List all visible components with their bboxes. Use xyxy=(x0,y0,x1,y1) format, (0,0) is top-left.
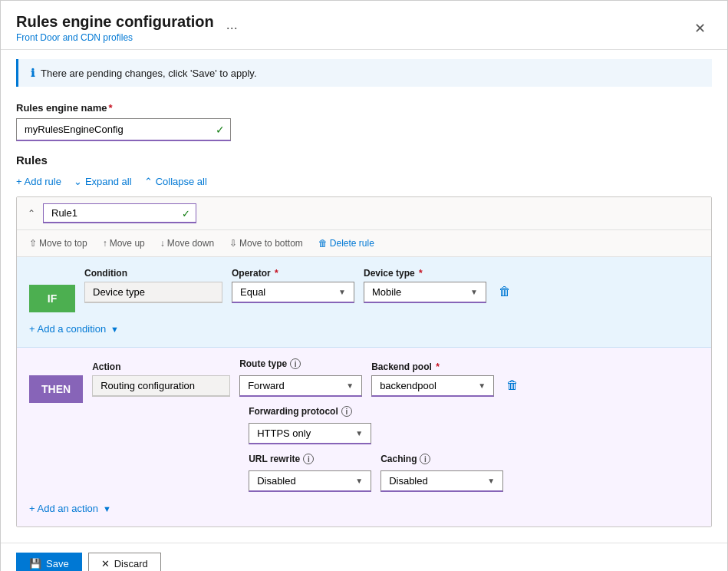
modal-title: Rules engine configuration xyxy=(16,13,214,31)
move-down-button[interactable]: ↓ Move down xyxy=(157,236,217,250)
rule-name-input[interactable] xyxy=(43,203,196,223)
backend-pool-field-group: Backend pool * backendpool ▼ xyxy=(371,361,494,397)
engine-name-input-wrapper: ✓ xyxy=(16,118,231,141)
then-fields: Action Routing configuration Route type … xyxy=(92,358,699,492)
then-fields-row2: Forwarding protocol i HTTPS only ▼ xyxy=(249,406,699,444)
if-section: IF Condition Device type Ope xyxy=(17,257,711,348)
modal-body: Rules engine name* ✓ Rules + Add rule ⌄ … xyxy=(1,96,727,543)
url-rewrite-select[interactable]: Disabled ▼ xyxy=(249,470,371,492)
action-label: Action xyxy=(92,361,230,372)
title-group: Rules engine configuration Front Door an… xyxy=(16,13,242,43)
if-badge: IF xyxy=(29,285,75,312)
rule-actions-bar: ⇧ Move to top ↑ Move up ↓ Move down ⇩ Mo… xyxy=(17,230,711,257)
move-down-icon: ↓ xyxy=(160,238,165,249)
url-rewrite-field-group: URL rewrite i Disabled ▼ xyxy=(249,454,371,492)
forwarding-protocol-chevron-icon: ▼ xyxy=(355,429,363,437)
route-type-chevron-icon: ▼ xyxy=(346,381,354,390)
backend-pool-chevron-icon: ▼ xyxy=(478,381,486,390)
route-type-select[interactable]: Forward ▼ xyxy=(239,375,362,397)
url-rewrite-info-icon: i xyxy=(303,454,314,464)
condition-label: Condition xyxy=(84,268,222,279)
action-select[interactable]: Routing configuration xyxy=(92,375,230,397)
condition-delete-button[interactable]: 🗑 xyxy=(496,283,514,300)
action-field-group: Action Routing configuration xyxy=(92,361,230,397)
add-action-bar: + Add an action ▼ xyxy=(29,501,699,516)
forwarding-protocol-info-icon: i xyxy=(341,406,352,417)
delete-icon: 🗑 xyxy=(318,238,328,249)
modal-subtitle: Front Door and CDN profiles xyxy=(16,32,214,43)
forwarding-protocol-field-group: Forwarding protocol i HTTPS only ▼ xyxy=(249,406,371,444)
discard-button[interactable]: ✕ Discard xyxy=(88,553,161,571)
rule-collapse-button[interactable]: ⌃ xyxy=(26,206,37,220)
engine-name-label: Rules engine name* xyxy=(16,102,712,114)
banner-text: There are pending changes, click 'Save' … xyxy=(41,68,257,79)
url-rewrite-label-group: URL rewrite i xyxy=(249,454,371,464)
device-type-select[interactable]: Mobile ▼ xyxy=(364,282,486,303)
move-to-top-icon: ⇧ xyxy=(29,238,37,249)
move-to-top-button[interactable]: ⇧ Move to top xyxy=(26,236,91,250)
caching-chevron-icon: ▼ xyxy=(487,477,495,485)
route-type-label-group: Route type i xyxy=(239,358,362,369)
rule-header: ⌃ ✓ xyxy=(17,197,711,230)
add-rule-button[interactable]: + Add rule xyxy=(16,174,61,189)
move-up-button[interactable]: ↑ Move up xyxy=(100,236,148,250)
save-button[interactable]: 💾 Save xyxy=(16,553,82,571)
rule-name-check-icon: ✓ xyxy=(182,208,190,219)
rule-name-wrapper: ✓ xyxy=(43,203,196,223)
modal-header: Rules engine configuration Front Door an… xyxy=(1,1,727,50)
caching-field-group: Caching i Disabled ▼ xyxy=(380,454,503,492)
engine-name-input[interactable] xyxy=(16,118,231,141)
add-condition-chevron-icon: ▼ xyxy=(110,325,119,334)
rule-block: ⌃ ✓ ⇧ Move to top ↑ Move up ↓ Move xyxy=(16,196,712,527)
action-delete-button[interactable]: 🗑 xyxy=(503,377,522,394)
backend-pool-label: Backend pool * xyxy=(371,361,494,372)
condition-select[interactable]: Device type xyxy=(84,282,222,303)
url-rewrite-chevron-icon: ▼ xyxy=(355,477,363,485)
then-fields-row1: Action Routing configuration Route type … xyxy=(92,358,699,397)
backend-pool-select[interactable]: backendpool ▼ xyxy=(371,375,494,397)
info-banner: ℹ There are pending changes, click 'Save… xyxy=(16,59,712,87)
save-icon: 💾 xyxy=(29,558,41,569)
modal-footer: 💾 Save ✕ Discard xyxy=(1,543,727,571)
collapse-all-button[interactable]: ⌃ Collapse all xyxy=(144,174,207,189)
input-check-icon: ✓ xyxy=(216,124,225,136)
rules-section-title: Rules xyxy=(16,153,712,167)
discard-icon: ✕ xyxy=(101,558,110,569)
operator-label: Operator * xyxy=(232,268,354,279)
operator-select[interactable]: Equal ▼ xyxy=(232,282,354,303)
device-type-field-group: Device type * Mobile ▼ xyxy=(364,268,486,303)
route-type-info-icon: i xyxy=(290,358,301,369)
operator-chevron-icon: ▼ xyxy=(338,288,346,296)
caching-select[interactable]: Disabled ▼ xyxy=(380,470,503,492)
operator-field-group: Operator * Equal ▼ xyxy=(232,268,354,303)
move-up-icon: ↑ xyxy=(103,238,107,249)
action-row: THEN Action Routing configuration xyxy=(29,358,699,492)
forwarding-protocol-select[interactable]: HTTPS only ▼ xyxy=(249,423,371,444)
add-condition-button[interactable]: + Add a condition xyxy=(29,322,106,336)
move-to-bottom-icon: ⇩ xyxy=(229,238,237,249)
ellipsis-button[interactable]: ··· xyxy=(222,18,242,38)
forwarding-protocol-label-group: Forwarding protocol i xyxy=(249,406,371,417)
rules-toolbar: + Add rule ⌄ Expand all ⌃ Collapse all xyxy=(16,174,712,189)
add-condition-bar: + Add a condition ▼ xyxy=(29,322,699,336)
then-fields-row3: URL rewrite i Disabled ▼ Cachi xyxy=(92,454,699,492)
condition-row: IF Condition Device type Ope xyxy=(29,268,699,312)
device-type-label: Device type * xyxy=(364,268,486,279)
if-fields: Condition Device type Operator * xyxy=(84,268,699,303)
then-badge: THEN xyxy=(29,375,83,403)
expand-all-button[interactable]: ⌄ Expand all xyxy=(74,174,132,189)
route-type-field-group: Route type i Forward ▼ xyxy=(239,358,362,397)
then-section: THEN Action Routing configuration xyxy=(17,348,711,526)
condition-fields-row: Condition Device type Operator * xyxy=(84,268,699,303)
close-button[interactable]: ✕ xyxy=(688,17,712,40)
delete-rule-button[interactable]: 🗑 Delete rule xyxy=(315,236,377,250)
info-icon: ℹ xyxy=(31,67,35,79)
move-to-bottom-button[interactable]: ⇩ Move to bottom xyxy=(226,236,306,250)
condition-field-group: Condition Device type xyxy=(84,268,222,303)
caching-label-group: Caching i xyxy=(380,454,503,464)
device-type-chevron-icon: ▼ xyxy=(470,288,478,296)
caching-info-icon: i xyxy=(420,454,430,464)
add-action-chevron-icon: ▼ xyxy=(103,504,111,513)
modal: Rules engine configuration Front Door an… xyxy=(0,0,728,571)
add-action-button[interactable]: + Add an action xyxy=(29,501,98,516)
